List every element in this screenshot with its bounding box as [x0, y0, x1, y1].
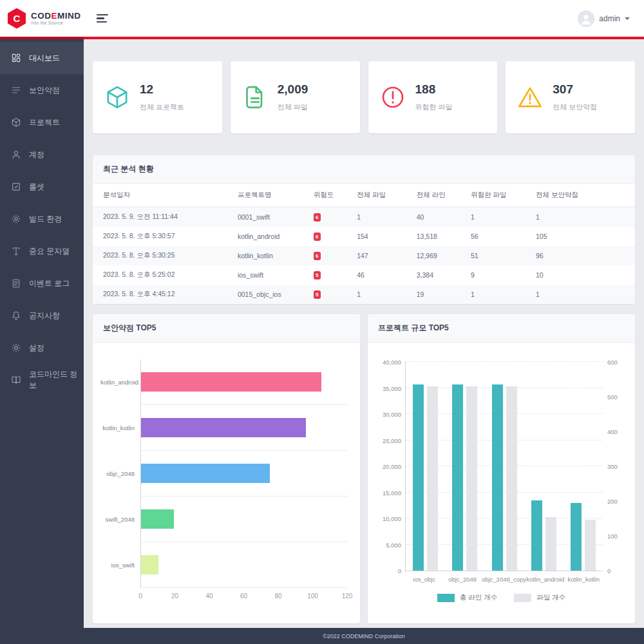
text-icon [11, 246, 21, 256]
user-menu[interactable]: admin [578, 10, 630, 27]
cell-date: 2023. 5. 9. 오전 11:11:44 [93, 207, 234, 227]
table-column-header: 분석일자 [93, 184, 234, 207]
sidebar: 대시보드보안약점프로젝트계정룰셋빌드 환경중요 문자열이벤트 로그공지사항설정코… [0, 39, 84, 644]
sidebar-item-6[interactable]: 중요 문자열 [0, 235, 84, 267]
x-tick-label: 40 [205, 592, 213, 600]
cell-lines: 12,969 [413, 246, 467, 265]
stat-card-2: 188위험한 파일 [368, 61, 498, 133]
cell-project: kotlin_kotlin [234, 246, 310, 265]
stat-value: 188 [415, 82, 453, 97]
stat-label: 전체 파일 [278, 102, 308, 112]
sidebar-item-4[interactable]: 룰셋 [0, 171, 84, 203]
right-axis-tick: 0 [607, 567, 611, 574]
cell-dangerous: 56 [467, 227, 532, 246]
vbar-group [524, 362, 564, 571]
sidebar-item-2[interactable]: 프로젝트 [0, 106, 84, 138]
stat-value: 307 [553, 82, 597, 97]
vbar-category-axis: ios_objcobjc_2048objc_2048_copykotlin_an… [405, 576, 603, 583]
cell-weaknesses: 1 [532, 285, 635, 304]
log-icon [11, 278, 21, 289]
stat-value: 12 [140, 82, 184, 97]
hbar-row: kotlin_kotlin [100, 405, 347, 451]
vbar-category-label: kotlin_kotlin [565, 576, 603, 583]
stat-card-1: 2,009전체 파일 [231, 61, 360, 133]
logo[interactable]: C CODEMIND Into the Source [0, 0, 84, 37]
user-icon [11, 149, 21, 160]
stat-card-3: 307전체 보안약점 [506, 61, 635, 133]
sidebar-item-0[interactable]: 대시보드 [0, 42, 84, 74]
legend-item: 파일 개수 [514, 593, 565, 602]
sidebar-item-label: 계정 [29, 149, 44, 160]
stat-label: 위험한 파일 [415, 102, 453, 112]
table-row[interactable]: 2023. 5. 8. 오후 5:30:57kotlin_android6154… [93, 227, 635, 246]
stat-label: 전체 보안약점 [553, 102, 597, 112]
cell-project: ios_swift [234, 265, 310, 285]
hbar-category-label: ios_swift [100, 562, 140, 569]
sidebar-item-10[interactable]: 코드마인드 정보 [0, 364, 84, 396]
cell-dangerous: 51 [467, 246, 532, 265]
cell-lines: 19 [413, 285, 467, 304]
cell-weaknesses: 1 [532, 207, 635, 227]
hbar-bar [141, 555, 158, 574]
hbar-category-label: objc_2048 [100, 470, 140, 477]
sidebar-item-1[interactable]: 보안약점 [0, 74, 84, 106]
risk-badge: 5 [314, 271, 321, 279]
menu-icon[interactable] [94, 12, 111, 26]
stat-value: 2,009 [278, 82, 308, 97]
cell-files: 46 [353, 265, 413, 285]
cell-dangerous: 1 [467, 285, 532, 304]
cell-date: 2023. 5. 8. 오후 5:30:57 [93, 227, 234, 246]
right-axis-tick: 400 [607, 428, 618, 435]
vbar-group [445, 362, 484, 571]
sidebar-item-label: 이벤트 로그 [29, 278, 70, 289]
table-row[interactable]: 2023. 5. 8. 오후 5:30:25kotlin_kotlin61471… [93, 246, 635, 265]
project-size-top5-title: 프로젝트 규모 TOP5 [368, 314, 635, 343]
dashboard-app: C CODEMIND Into the Source admin 대시보드보안약… [0, 0, 644, 644]
cell-files: 1 [353, 207, 413, 227]
codemind-logo-icon: C [8, 8, 26, 29]
vbar-category-label: ios_objc [405, 576, 443, 583]
table-column-header: 전체 라인 [413, 184, 467, 207]
x-tick-label: 80 [274, 592, 281, 600]
sidebar-item-3[interactable]: 계정 [0, 138, 84, 171]
legend-item: 총 라인 개수 [437, 593, 497, 602]
left-axis-tick: 15,000 [383, 489, 401, 496]
table-row[interactable]: 2023. 5. 9. 오전 11:11:440001_swift614011 [93, 207, 635, 227]
cell-lines: 13,518 [413, 227, 467, 246]
vbar-group [484, 362, 524, 571]
vbar-bar [585, 520, 596, 571]
avatar [578, 10, 594, 27]
sidebar-item-label: 코드마인드 정보 [29, 369, 84, 391]
sidebar-item-label: 프로젝트 [29, 117, 60, 128]
vbar-bar [571, 503, 582, 571]
risk-badge: 6 [314, 232, 321, 241]
alert-circle-icon [380, 84, 406, 110]
sidebar-item-9[interactable]: 설정 [0, 332, 84, 364]
x-tick-label: 0 [138, 592, 142, 600]
x-tick-label: 120 [342, 592, 353, 600]
cell-weaknesses: 10 [532, 265, 635, 285]
sidebar-item-8[interactable]: 공지사항 [0, 299, 84, 332]
table-row[interactable]: 2023. 5. 8. 오후 4:45:120015_objc_ios51191… [93, 285, 635, 304]
hbar-bar [141, 464, 270, 483]
vbar-bar [506, 386, 517, 571]
table-row[interactable]: 2023. 5. 8. 오후 5:25:02ios_swift5463,3849… [93, 265, 635, 285]
vbar-plot-area: 05,00010,00015,00020,00025,00030,00035,0… [405, 362, 603, 571]
ruleset-icon [11, 182, 21, 192]
stat-label: 전체 프로젝트 [140, 102, 184, 112]
gear-icon [11, 343, 21, 353]
sidebar-item-5[interactable]: 빌드 환경 [0, 203, 84, 235]
hbar-bar [141, 372, 321, 392]
sidebar-item-7[interactable]: 이벤트 로그 [0, 267, 84, 299]
cell-weaknesses: 96 [532, 246, 635, 265]
hbar-x-axis: 020406080100120 [140, 588, 347, 602]
vbar-bar [452, 384, 463, 571]
vbar-category-label: objc_2048 [443, 576, 481, 583]
hbar-row: ios_swift [100, 542, 347, 588]
project-size-top5-panel: 프로젝트 규모 TOP5 05,00010,00015,00020,00025,… [368, 314, 635, 623]
weakness-top5-chart: kotlin_androidkotlin_kotlinobjc_2048swif… [93, 343, 360, 602]
sidebar-item-label: 룰셋 [29, 182, 44, 193]
project-size-top5-chart: 05,00010,00015,00020,00025,00030,00035,0… [368, 343, 635, 602]
vbar-bar [545, 517, 556, 571]
box-icon [11, 117, 21, 128]
